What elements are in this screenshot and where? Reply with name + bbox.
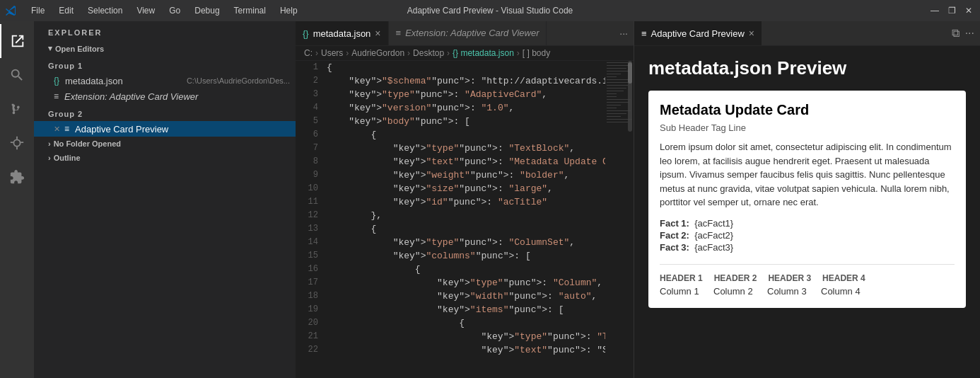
- tab-extension-label: Extension: Adaptive Card Viewer: [405, 28, 539, 38]
- col-header-1: HEADER 1: [660, 273, 703, 283]
- sidebar-item-extension-viewer[interactable]: ≡ Extension: Adaptive Card Viewer: [34, 88, 296, 104]
- code-line-1[interactable]: {: [327, 61, 602, 74]
- card-fact-1: Fact 1: {acFact1}: [660, 218, 955, 229]
- svg-rect-5: [607, 74, 621, 74]
- svg-rect-18: [607, 110, 631, 111]
- code-line-8[interactable]: "key">"text""punc">: "Metadata Update Ca…: [327, 155, 602, 168]
- code-line-22[interactable]: "key">"text""punc">: "Sub Header: [327, 343, 602, 357]
- adaptive-preview-file-icon: ≡: [64, 124, 69, 134]
- breadcrumb-audrie[interactable]: AudrieGordon: [351, 48, 404, 58]
- menu-file[interactable]: File: [25, 4, 50, 17]
- col-header-2: HEADER 2: [714, 273, 757, 283]
- code-line-9[interactable]: "key">"weight""punc">: "bolder",: [327, 168, 602, 182]
- menu-view[interactable]: View: [131, 4, 161, 17]
- close-button[interactable]: ✕: [963, 5, 974, 16]
- menu-go[interactable]: Go: [163, 4, 186, 17]
- sidebar-item-extension-text: Extension: Adaptive Card Viewer: [64, 91, 290, 102]
- preview-split-icon[interactable]: ⧉: [952, 27, 959, 40]
- preview-page-title: metadata.json Preview: [648, 57, 966, 79]
- svg-rect-6: [607, 76, 617, 77]
- card-facts: Fact 1: {acFact1} Fact 2: {acFact2} Fact…: [660, 218, 955, 253]
- breadcrumb-c[interactable]: C:: [304, 48, 313, 58]
- activity-explorer[interactable]: [0, 24, 34, 58]
- tab-bar: {} metadata.json × ≡ Extension: Adaptive…: [296, 21, 634, 46]
- outline-section[interactable]: › Outline: [34, 151, 296, 165]
- code-line-2[interactable]: "key">"$schema""punc">: "http://adaptive…: [327, 74, 602, 88]
- menu-debug[interactable]: Debug: [189, 4, 225, 17]
- tab-metadata-close-icon[interactable]: ×: [375, 28, 380, 39]
- code-line-17[interactable]: "key">"type""punc">: "Column",: [327, 276, 602, 290]
- minimap-visual: [605, 61, 634, 378]
- preview-tab-label: Adaptive Card Preview: [651, 28, 745, 39]
- code-line-5[interactable]: "key">"body""punc">: [: [327, 115, 602, 128]
- code-line-11[interactable]: "key">"id""punc">: "acTitle": [327, 195, 602, 209]
- activity-bar: [0, 21, 34, 378]
- code-line-4[interactable]: "key">"version""punc">: "1.0",: [327, 101, 602, 115]
- svg-rect-4: [607, 71, 629, 71]
- code-line-18[interactable]: "key">"width""punc">: "auto",: [327, 290, 602, 303]
- card-fact-3: Fact 3: {acFact3}: [660, 242, 955, 253]
- code-line-19[interactable]: "key">"items""punc">: [: [327, 303, 602, 316]
- code-line-16[interactable]: {: [327, 263, 602, 276]
- breadcrumb-desktop[interactable]: Desktop: [413, 48, 444, 58]
- breadcrumb-file[interactable]: {} metadata.json: [453, 48, 514, 58]
- preview-tab-close-icon[interactable]: ×: [749, 28, 754, 39]
- breadcrumb-users[interactable]: Users: [321, 48, 343, 58]
- svg-rect-10: [607, 88, 626, 88]
- tab-metadata-json[interactable]: {} metadata.json ×: [296, 21, 389, 45]
- code-line-6[interactable]: {: [327, 128, 602, 142]
- preview-tab[interactable]: ≡ Adaptive Card Preview ×: [634, 21, 762, 45]
- col-header-3: HEADER 3: [768, 273, 811, 283]
- sidebar-item-metadata-json[interactable]: {} metadata.json C:\Users\AudrieGordon\D…: [34, 73, 296, 88]
- code-line-21[interactable]: "key">"type""punc">: "TextBlock": [327, 330, 602, 343]
- tab-metadata-label: metadata.json: [313, 28, 371, 39]
- no-folder-section[interactable]: › No Folder Opened: [34, 137, 296, 151]
- activity-search[interactable]: [0, 58, 34, 92]
- close-adaptive-preview-icon[interactable]: ✕: [54, 125, 60, 134]
- maximize-button[interactable]: ❐: [946, 5, 957, 16]
- chevron-right-icon2: ›: [48, 154, 51, 162]
- svg-rect-7: [607, 79, 631, 80]
- svg-rect-14: [607, 99, 631, 100]
- chevron-right-icon: ›: [48, 139, 51, 148]
- sidebar-item-adaptive-preview[interactable]: ✕ ≡ Adaptive Card Preview: [34, 121, 296, 137]
- code-line-12[interactable]: },: [327, 209, 602, 222]
- menu-selection[interactable]: Selection: [82, 4, 128, 17]
- code-line-20[interactable]: {: [327, 316, 602, 330]
- activity-source-control[interactable]: [0, 92, 34, 126]
- code-line-13[interactable]: {: [327, 222, 602, 236]
- svg-rect-22: [607, 122, 628, 122]
- code-line-15[interactable]: "key">"columns""punc">: [: [327, 249, 602, 263]
- tab-more-button[interactable]: ···: [614, 21, 634, 45]
- breadcrumb-body[interactable]: [ ] body: [523, 48, 550, 58]
- open-editors-section[interactable]: ▾ Open Editors: [34, 41, 296, 56]
- extension-file-icon: ≡: [54, 91, 59, 101]
- code-line-14[interactable]: "key">"type""punc">: "ColumnSet",: [327, 236, 602, 249]
- col-header-4: HEADER 4: [822, 273, 865, 283]
- minimize-button[interactable]: —: [929, 5, 940, 16]
- menu-edit[interactable]: Edit: [53, 4, 79, 17]
- code-line-10[interactable]: "key">"size""punc">: "large",: [327, 182, 602, 195]
- preview-more-icon[interactable]: ···: [965, 27, 974, 40]
- svg-rect-9: [607, 85, 628, 86]
- card-title: Metadata Update Card: [660, 102, 955, 118]
- tab-extension-viewer[interactable]: ≡ Extension: Adaptive Card Viewer: [389, 21, 547, 45]
- card-body-text: Lorem ipsum dolor sit amet, consectetur …: [660, 140, 955, 210]
- preview-tab-actions: ⧉ ···: [946, 21, 980, 45]
- preview-tab-bar: ≡ Adaptive Card Preview × ⧉ ···: [634, 21, 980, 46]
- code-line-3[interactable]: "key">"type""punc">: "AdaptiveCard",: [327, 88, 602, 101]
- menu-terminal[interactable]: Terminal: [228, 4, 272, 17]
- code-line-7[interactable]: "key">"type""punc">: "TextBlock",: [327, 142, 602, 155]
- activity-extensions[interactable]: [0, 160, 34, 194]
- adaptive-card: Metadata Update Card Sub Header Tag Line…: [648, 91, 966, 308]
- card-table-header: HEADER 1 HEADER 2 HEADER 3 HEADER 4: [660, 273, 955, 283]
- svg-rect-1: [607, 62, 628, 63]
- window-title: Adaptive Card Preview - Visual Studio Co…: [407, 6, 573, 16]
- menu-help[interactable]: Help: [274, 4, 303, 17]
- code-editor[interactable]: 12345678910111213141516171819202122 { "k…: [296, 61, 634, 378]
- activity-debug[interactable]: [0, 126, 34, 160]
- minimap: [605, 61, 634, 378]
- code-content[interactable]: { "key">"$schema""punc">: "http://adapti…: [324, 61, 605, 378]
- preview-panel: ≡ Adaptive Card Preview × ⧉ ··· metadata…: [634, 21, 980, 378]
- preview-tab-icon: ≡: [641, 28, 647, 39]
